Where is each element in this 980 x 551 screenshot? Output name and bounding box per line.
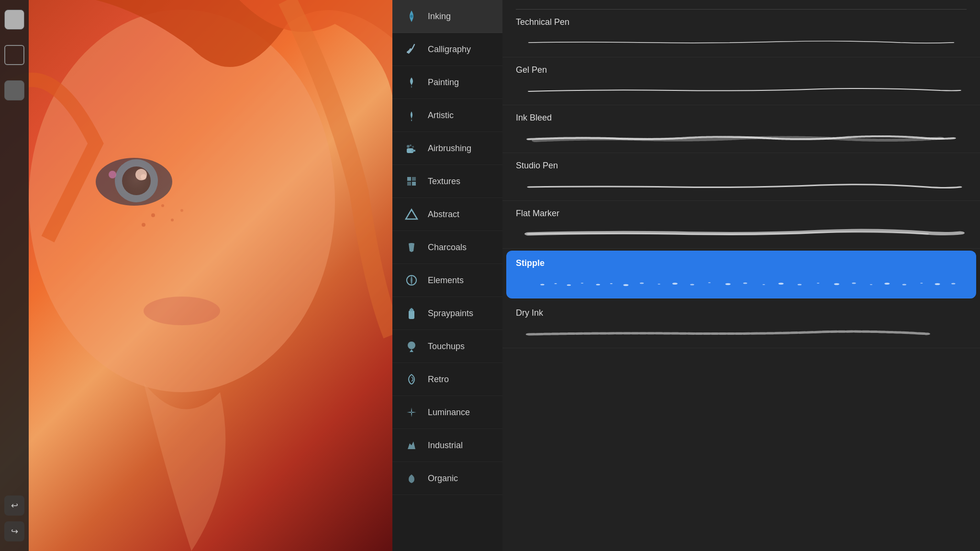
airbrushing-label: Airbrushing	[428, 143, 471, 154]
svg-rect-21	[412, 177, 416, 181]
canvas-area[interactable]: ↩ ↪	[0, 0, 392, 551]
brush-item-dry-ink[interactable]: Dry Ink	[502, 300, 980, 348]
svg-rect-22	[407, 182, 411, 186]
svg-point-39	[672, 283, 678, 285]
technical-pen-stroke	[516, 33, 967, 52]
category-item-artistic[interactable]: Artistic	[392, 99, 502, 132]
textures-icon	[404, 174, 419, 189]
stipple-label: Stipple	[516, 258, 967, 268]
category-item-retro[interactable]: Retro	[392, 363, 502, 396]
svg-point-38	[657, 284, 660, 285]
svg-point-46	[798, 284, 802, 286]
abstract-icon	[404, 207, 419, 222]
svg-rect-20	[407, 177, 411, 181]
calligraphy-label: Calligraphy	[428, 44, 471, 55]
svg-point-51	[884, 283, 890, 285]
studio-pen-label: Studio Pen	[516, 161, 967, 171]
category-item-spraypaints[interactable]: Spraypaints	[392, 297, 502, 330]
touchups-label: Touchups	[428, 342, 465, 352]
gel-pen-label: Gel Pen	[516, 65, 967, 75]
brush-item-gel-pen[interactable]: Gel Pen	[502, 57, 980, 105]
organic-icon	[404, 471, 419, 486]
canvas-background	[0, 0, 392, 551]
svg-point-30	[540, 284, 544, 286]
brush-item-flat-marker[interactable]: Flat Marker	[502, 201, 980, 249]
svg-point-31	[554, 283, 557, 284]
svg-point-42	[725, 283, 731, 285]
svg-point-34	[596, 284, 600, 286]
category-item-inking[interactable]: Inking	[392, 0, 502, 33]
svg-point-18	[410, 144, 412, 146]
charcoals-icon	[404, 240, 419, 255]
studio-pen-stroke	[516, 176, 967, 196]
svg-point-14	[410, 15, 413, 18]
svg-point-37	[640, 283, 644, 284]
svg-point-33	[581, 283, 584, 284]
airbrushing-icon	[404, 141, 419, 156]
category-item-charcoals[interactable]: Charcoals	[392, 231, 502, 264]
brush-panel: Technical Pen Gel Pen Ink Bleed Studio P…	[502, 0, 980, 551]
artistic-icon	[404, 108, 419, 123]
svg-point-7	[151, 213, 155, 217]
dry-ink-stroke	[516, 324, 967, 343]
category-item-painting[interactable]: Painting	[392, 66, 502, 99]
category-item-calligraphy[interactable]: Calligraphy	[392, 33, 502, 66]
svg-point-54	[935, 283, 940, 285]
inking-icon	[404, 9, 419, 24]
svg-rect-26	[409, 310, 414, 319]
abstract-label: Abstract	[428, 209, 459, 220]
category-item-airbrushing[interactable]: Airbrushing	[392, 132, 502, 165]
svg-point-29	[408, 342, 415, 349]
painting-icon	[404, 75, 419, 90]
svg-point-11	[180, 209, 183, 212]
category-panel: Inking Calligraphy Painting Artistic Air…	[392, 0, 502, 551]
svg-rect-23	[412, 182, 416, 186]
brush-item-technical-pen[interactable]: Technical Pen	[502, 10, 980, 57]
category-item-elements[interactable]: Elements	[392, 264, 502, 297]
industrial-icon	[404, 438, 419, 453]
brush-item-ink-bleed[interactable]: Ink Bleed	[502, 105, 980, 153]
undo-button[interactable]: ↩	[4, 496, 24, 516]
calligraphy-icon	[404, 42, 419, 57]
svg-point-49	[852, 283, 856, 284]
svg-rect-16	[412, 150, 415, 152]
svg-point-32	[567, 285, 571, 286]
svg-point-8	[161, 204, 164, 207]
category-item-abstract[interactable]: Abstract	[392, 198, 502, 231]
svg-marker-24	[406, 209, 417, 219]
svg-point-47	[817, 283, 820, 284]
svg-point-41	[708, 282, 711, 283]
inking-label: Inking	[428, 11, 451, 22]
technical-pen-label: Technical Pen	[516, 17, 967, 27]
category-item-industrial[interactable]: Industrial	[392, 429, 502, 462]
svg-point-9	[171, 219, 174, 221]
svg-point-44	[762, 284, 765, 285]
svg-point-36	[623, 284, 628, 286]
brush-item-stipple[interactable]: Stipple	[506, 251, 976, 298]
ink-bleed-label: Ink Bleed	[516, 113, 967, 123]
svg-rect-28	[411, 308, 412, 309]
category-item-touchups[interactable]: Touchups	[392, 330, 502, 363]
svg-point-48	[834, 283, 839, 285]
retro-icon	[404, 372, 419, 387]
flat-marker-stroke	[516, 224, 967, 243]
flat-marker-label: Flat Marker	[516, 209, 967, 219]
category-item-organic[interactable]: Organic	[392, 462, 502, 495]
svg-point-17	[407, 145, 410, 148]
svg-point-45	[779, 283, 784, 285]
redo-button[interactable]: ↪	[4, 521, 24, 541]
color-swatch-tertiary[interactable]	[4, 80, 24, 100]
svg-point-13	[108, 151, 165, 208]
elements-label: Elements	[428, 276, 464, 286]
category-item-luminance[interactable]: Luminance	[392, 396, 502, 429]
svg-point-10	[142, 223, 145, 227]
category-item-textures[interactable]: Textures	[392, 165, 502, 198]
svg-point-43	[743, 283, 747, 284]
brush-item-studio-pen[interactable]: Studio Pen	[502, 153, 980, 201]
artistic-label: Artistic	[428, 110, 454, 121]
painting-label: Painting	[428, 77, 459, 88]
svg-point-53	[920, 283, 923, 284]
stipple-stroke	[516, 274, 967, 293]
color-swatch-primary[interactable]	[4, 10, 24, 30]
color-swatch-secondary[interactable]	[4, 45, 24, 65]
